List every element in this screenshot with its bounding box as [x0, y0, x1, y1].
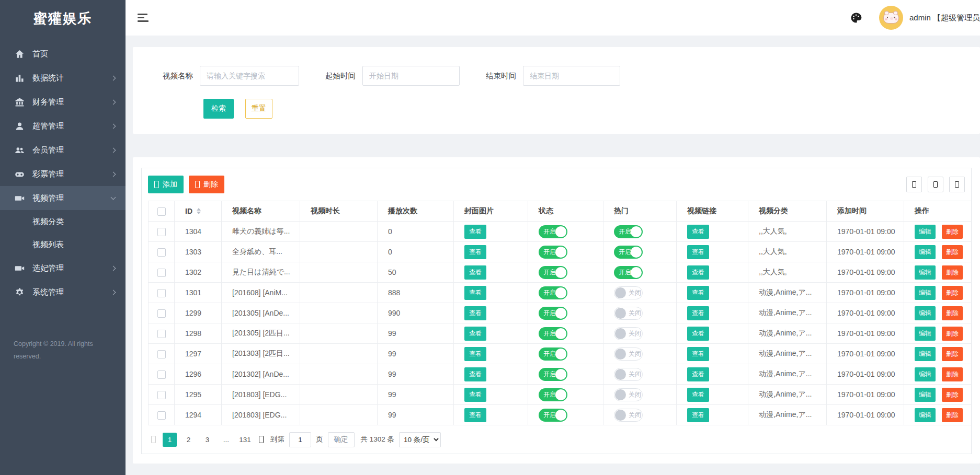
row-checkbox[interactable]: [157, 289, 166, 297]
row-checkbox[interactable]: [157, 391, 166, 399]
start-date-input[interactable]: [362, 66, 460, 86]
status-toggle[interactable]: 开启: [539, 388, 567, 401]
view-link-button[interactable]: 查看: [687, 367, 709, 381]
edit-button[interactable]: 编辑: [915, 347, 936, 361]
search-button[interactable]: 检索: [203, 99, 234, 119]
row-delete-button[interactable]: 删除: [942, 347, 963, 361]
row-delete-button[interactable]: 删除: [942, 225, 963, 239]
row-checkbox[interactable]: [157, 309, 166, 318]
view-cover-button[interactable]: 查看: [464, 265, 486, 280]
page-size-select[interactable]: 10 条/页: [399, 432, 441, 447]
view-link-button[interactable]: 查看: [687, 306, 709, 320]
sidebar-item-lottery[interactable]: 彩票管理: [0, 162, 126, 186]
view-link-button[interactable]: 查看: [687, 347, 709, 361]
view-link-button[interactable]: 查看: [687, 225, 709, 239]
edit-button[interactable]: 编辑: [915, 367, 936, 381]
page-number-button[interactable]: 3: [200, 433, 214, 447]
view-link-button[interactable]: 查看: [687, 327, 709, 341]
edit-button[interactable]: 编辑: [915, 225, 936, 239]
hot-toggle[interactable]: 关闭: [614, 368, 643, 381]
sidebar-subitem-video-category[interactable]: 视频分类: [0, 210, 126, 233]
row-delete-button[interactable]: 删除: [942, 408, 963, 422]
row-delete-button[interactable]: 删除: [942, 306, 963, 320]
page-number-button[interactable]: 131: [238, 433, 252, 447]
view-cover-button[interactable]: 查看: [464, 286, 486, 300]
table-tool-button-2[interactable]: [928, 177, 943, 192]
status-toggle[interactable]: 开启: [539, 327, 567, 340]
prev-page-button[interactable]: [149, 436, 158, 443]
view-cover-button[interactable]: 查看: [464, 408, 486, 422]
row-delete-button[interactable]: 删除: [942, 327, 963, 341]
row-delete-button[interactable]: 删除: [942, 388, 963, 402]
status-toggle[interactable]: 开启: [539, 307, 567, 320]
view-cover-button[interactable]: 查看: [464, 388, 486, 402]
edit-button[interactable]: 编辑: [915, 265, 936, 280]
goto-page-input[interactable]: [289, 432, 311, 447]
page-number-button[interactable]: 2: [181, 433, 196, 447]
sidebar-item-system[interactable]: 系统管理: [0, 280, 126, 304]
row-delete-button[interactable]: 删除: [942, 286, 963, 300]
view-cover-button[interactable]: 查看: [464, 367, 486, 381]
hot-toggle[interactable]: 开启: [614, 266, 643, 279]
sidebar-item-home[interactable]: 首页: [0, 42, 126, 66]
goto-confirm-button[interactable]: 确定: [328, 432, 355, 447]
sidebar-item-concubine[interactable]: 选妃管理: [0, 256, 126, 280]
status-toggle[interactable]: 开启: [539, 225, 567, 238]
status-toggle[interactable]: 开启: [539, 347, 567, 361]
row-checkbox[interactable]: [157, 269, 166, 277]
status-toggle[interactable]: 开启: [539, 246, 567, 259]
hot-toggle[interactable]: 关闭: [614, 327, 643, 340]
sidebar-item-members[interactable]: 会员管理: [0, 138, 126, 162]
hot-toggle[interactable]: 开启: [614, 225, 643, 238]
hot-toggle[interactable]: 关闭: [614, 347, 643, 361]
sidebar-fold-icon[interactable]: [138, 14, 149, 22]
user-avatar[interactable]: [879, 6, 903, 30]
view-link-button[interactable]: 查看: [687, 265, 709, 280]
theme-palette-icon[interactable]: [850, 11, 862, 24]
hot-toggle[interactable]: 关闭: [614, 409, 643, 422]
status-toggle[interactable]: 开启: [539, 266, 567, 279]
video-name-input[interactable]: [200, 66, 299, 86]
edit-button[interactable]: 编辑: [915, 327, 936, 341]
status-toggle[interactable]: 开启: [539, 368, 567, 381]
row-checkbox[interactable]: [157, 350, 166, 358]
view-cover-button[interactable]: 查看: [464, 225, 486, 239]
table-tool-button-1[interactable]: [906, 177, 922, 192]
sidebar-item-video-management[interactable]: 视频管理: [0, 186, 126, 210]
hot-toggle[interactable]: 开启: [614, 246, 643, 259]
reset-button[interactable]: 重置: [245, 99, 272, 119]
end-date-input[interactable]: [523, 66, 620, 86]
sort-icon[interactable]: [197, 208, 201, 214]
sidebar-item-superadmin[interactable]: 超管管理: [0, 114, 126, 138]
row-checkbox[interactable]: [157, 248, 166, 257]
view-cover-button[interactable]: 查看: [464, 245, 486, 259]
hot-toggle[interactable]: 关闭: [614, 286, 643, 299]
page-number-button[interactable]: 1: [163, 433, 177, 447]
row-delete-button[interactable]: 删除: [942, 265, 963, 280]
view-cover-button[interactable]: 查看: [464, 347, 486, 361]
status-toggle[interactable]: 开启: [539, 409, 567, 422]
row-delete-button[interactable]: 删除: [942, 367, 963, 381]
view-cover-button[interactable]: 查看: [464, 306, 486, 320]
edit-button[interactable]: 编辑: [915, 286, 936, 300]
next-page-button[interactable]: [257, 436, 266, 443]
status-toggle[interactable]: 开启: [539, 286, 567, 299]
row-checkbox[interactable]: [157, 411, 166, 420]
row-checkbox[interactable]: [157, 228, 166, 236]
sidebar-item-finance[interactable]: 财务管理: [0, 90, 126, 114]
hot-toggle[interactable]: 关闭: [614, 388, 643, 401]
sidebar-item-statistics[interactable]: 数据统计: [0, 66, 126, 90]
view-link-button[interactable]: 查看: [687, 245, 709, 259]
view-cover-button[interactable]: 查看: [464, 327, 486, 341]
row-checkbox[interactable]: [157, 370, 166, 379]
select-all-checkbox[interactable]: [157, 207, 166, 216]
row-checkbox[interactable]: [157, 330, 166, 338]
edit-button[interactable]: 编辑: [915, 245, 936, 259]
view-link-button[interactable]: 查看: [687, 286, 709, 300]
edit-button[interactable]: 编辑: [915, 306, 936, 320]
sidebar-subitem-video-list[interactable]: 视频列表: [0, 233, 126, 256]
view-link-button[interactable]: 查看: [687, 388, 709, 402]
hot-toggle[interactable]: 关闭: [614, 307, 643, 320]
edit-button[interactable]: 编辑: [915, 388, 936, 402]
edit-button[interactable]: 编辑: [915, 408, 936, 422]
